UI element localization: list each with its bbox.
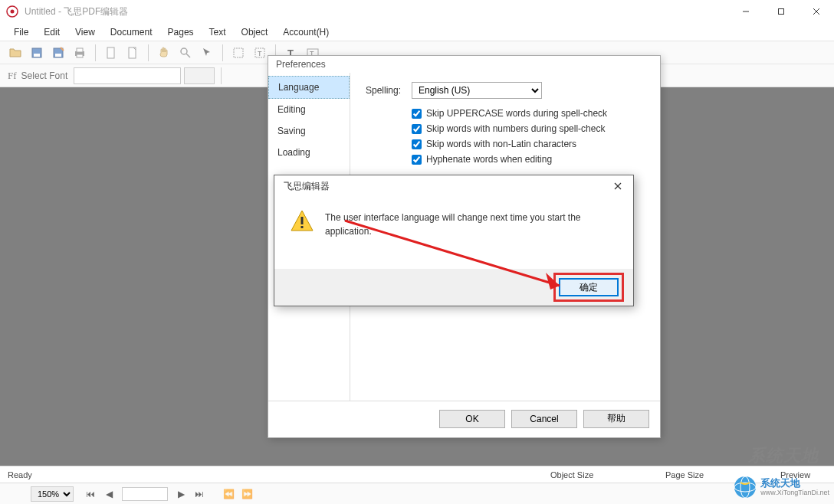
window-title: Untitled - 飞思PDF编辑器	[25, 5, 728, 18]
menu-text[interactable]: Text	[202, 25, 234, 40]
svg-rect-7	[34, 54, 40, 57]
ok-button[interactable]: OK	[439, 410, 505, 428]
menu-pages[interactable]: Pages	[160, 25, 202, 40]
select-button[interactable]	[229, 44, 248, 62]
check-skip-nonlatin[interactable]: Skip words with non-Latin characters	[412, 139, 645, 149]
pointer-button[interactable]	[198, 44, 216, 62]
sidebar-item-saving[interactable]: Saving	[268, 120, 350, 142]
spelling-label: Spelling:	[366, 85, 412, 96]
saveas-button[interactable]	[49, 44, 67, 62]
status-object-size: Object Size	[550, 470, 642, 479]
app-icon	[6, 5, 18, 18]
page-button[interactable]	[102, 44, 120, 62]
minimize-button[interactable]	[728, 0, 763, 23]
text-select-button[interactable]: T	[251, 44, 269, 62]
toolbar-separator	[221, 67, 222, 84]
cancel-button[interactable]: Cancel	[511, 410, 577, 428]
page2-button[interactable]	[123, 44, 142, 62]
warning-icon	[290, 209, 314, 234]
svg-rect-12	[77, 54, 83, 57]
menu-account[interactable]: Account(H)	[275, 25, 337, 40]
message-box-footer: 确定	[274, 269, 633, 306]
check-skip-numbers[interactable]: Skip words with numbers during spell-che…	[412, 123, 645, 134]
open-button[interactable]	[6, 44, 25, 62]
message-box: 飞思编辑器 The user interface language will c…	[274, 175, 634, 306]
svg-line-16	[186, 54, 190, 57]
nav-bar: 150% ⏮ ◀ ▶ ⏭ ⏪ ⏩	[0, 483, 834, 504]
close-button[interactable]	[799, 0, 834, 23]
svg-rect-13	[107, 47, 114, 58]
nav-forward-button[interactable]: ⏩	[240, 487, 254, 501]
font-select[interactable]	[74, 67, 181, 84]
svg-text:T: T	[258, 50, 262, 57]
font-icon: Ff	[8, 70, 17, 82]
ok-highlight: 确定	[553, 273, 624, 302]
sidebar-item-loading[interactable]: Loading	[268, 142, 350, 163]
watermark-title: 系统天地	[760, 477, 829, 489]
hand-button[interactable]	[155, 44, 173, 62]
preferences-footer: OK Cancel 帮助	[268, 401, 660, 436]
svg-rect-9	[55, 54, 61, 57]
menu-object[interactable]: Object	[234, 25, 276, 40]
watermark: 系统天地 www.XiTongTianDi.net	[733, 475, 829, 499]
print-button[interactable]	[71, 44, 89, 62]
zoom-select[interactable]: 150%	[31, 486, 74, 502]
size-select[interactable]	[184, 67, 215, 84]
svg-point-1	[11, 10, 15, 14]
check-skip-uppercase[interactable]: Skip UPPERCASE words during spell-check	[412, 108, 645, 119]
menu-view[interactable]: View	[67, 25, 103, 40]
globe-icon	[733, 475, 757, 499]
svg-point-41	[734, 476, 756, 498]
svg-rect-3	[779, 9, 784, 15]
nav-back-button[interactable]: ⏪	[222, 487, 235, 501]
status-ready: Ready	[8, 470, 32, 479]
watermark-url: www.XiTongTianDi.net	[760, 489, 829, 497]
first-page-button[interactable]: ⏮	[84, 487, 97, 501]
svg-point-15	[181, 48, 187, 54]
prev-page-button[interactable]: ◀	[102, 487, 116, 501]
svg-rect-17	[234, 48, 243, 57]
message-box-close-button[interactable]	[609, 178, 627, 194]
toolbar-separator	[148, 44, 149, 61]
page-input[interactable]	[122, 487, 168, 501]
preferences-title: Preferences	[268, 56, 660, 73]
menu-file[interactable]: File	[6, 25, 36, 40]
last-page-button[interactable]: ⏭	[192, 487, 206, 501]
titlebar: Untitled - 飞思PDF编辑器	[0, 0, 834, 23]
window-buttons	[728, 0, 834, 23]
sidebar-item-language[interactable]: Language	[268, 76, 350, 99]
message-box-ok-button[interactable]: 确定	[559, 278, 619, 296]
maximize-button[interactable]	[763, 0, 799, 23]
menu-edit[interactable]: Edit	[36, 25, 67, 40]
status-bar: Ready Object Size Page Size Preview	[0, 466, 834, 483]
svg-rect-11	[77, 48, 83, 52]
check-hyphenate[interactable]: Hyphenate words when editing	[412, 154, 645, 165]
toolbar-separator	[222, 44, 223, 61]
save-button[interactable]	[28, 44, 46, 62]
svg-rect-37	[301, 217, 304, 224]
zoom-button[interactable]	[176, 44, 195, 62]
toolbar-separator	[95, 44, 96, 61]
sidebar-item-editing[interactable]: Editing	[268, 99, 350, 120]
message-box-title: 飞思编辑器	[284, 180, 330, 193]
watermark-faint: 系统天地	[748, 444, 819, 467]
message-box-titlebar: 飞思编辑器	[274, 175, 633, 197]
svg-rect-38	[301, 226, 304, 228]
help-button[interactable]: 帮助	[583, 410, 649, 428]
next-page-button[interactable]: ▶	[174, 487, 188, 501]
menu-document[interactable]: Document	[103, 25, 160, 40]
message-box-text: The user interface language will change …	[325, 209, 618, 238]
menubar: File Edit View Document Pages Text Objec…	[0, 23, 834, 41]
spelling-select[interactable]: English (US)	[412, 82, 542, 99]
font-select-label: Select Font	[21, 70, 68, 81]
